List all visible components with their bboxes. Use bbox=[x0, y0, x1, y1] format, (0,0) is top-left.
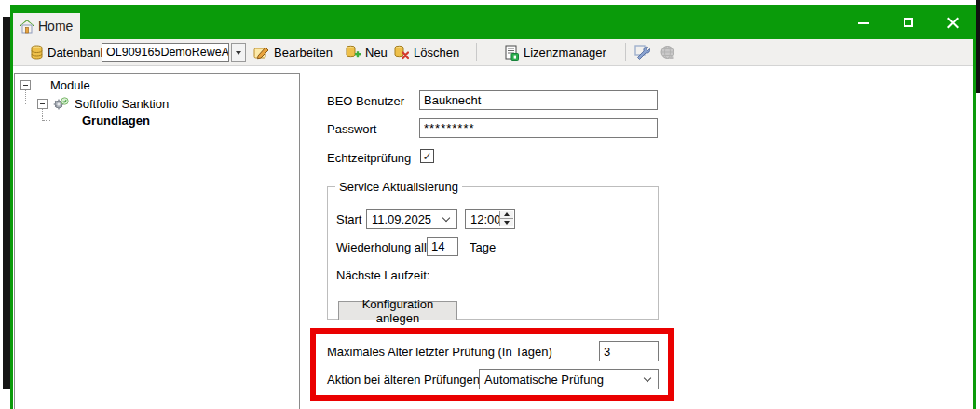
arrow-down-icon bbox=[504, 221, 510, 225]
globe-button[interactable] bbox=[657, 42, 677, 62]
collapse-icon[interactable] bbox=[37, 99, 48, 109]
chevron-down-icon bbox=[442, 214, 450, 222]
license-manager-button[interactable]: Lizenzmanager bbox=[505, 39, 606, 65]
create-configuration-button[interactable]: Konfiguration anlegen bbox=[338, 301, 457, 320]
password-label: Passwort bbox=[327, 122, 376, 136]
chevron-down-icon bbox=[236, 51, 241, 55]
window-controls bbox=[857, 5, 960, 39]
chevron-down-icon bbox=[644, 375, 651, 382]
toolbar-separator bbox=[687, 43, 687, 61]
repeat-days-input[interactable] bbox=[427, 237, 458, 256]
edit-button[interactable]: Bearbeiten bbox=[253, 39, 333, 65]
start-label: Start bbox=[336, 212, 361, 226]
tab-home-label: Home bbox=[38, 19, 73, 34]
content-area: Module Softfolio Sanktion Grundlagen BEO… bbox=[13, 67, 973, 409]
start-time-spinner[interactable]: 12:00 bbox=[465, 209, 515, 229]
module-tree-panel: Module Softfolio Sanktion Grundlagen bbox=[14, 73, 300, 409]
tree-connector bbox=[43, 120, 50, 121]
wrench-tools-icon bbox=[634, 45, 650, 61]
repeat-label: Wiederholung alle: bbox=[336, 240, 437, 254]
database-icon bbox=[30, 39, 44, 65]
window-frame-right bbox=[973, 39, 976, 409]
realtime-checkbox[interactable]: ✓ bbox=[420, 149, 434, 163]
database-delete-icon bbox=[393, 45, 409, 60]
close-button[interactable] bbox=[946, 16, 960, 29]
realtime-check-label: Echtzeitprüfung bbox=[327, 151, 411, 165]
module-gear-icon bbox=[53, 97, 69, 111]
minimize-button[interactable] bbox=[857, 16, 870, 29]
home-icon bbox=[20, 20, 34, 34]
app-window: Home Datenbank OL909165DemoReweAbfD bbox=[0, 0, 980, 409]
tree-item-module[interactable]: Module bbox=[20, 78, 90, 92]
delete-button-label: Löschen bbox=[414, 46, 459, 60]
tree-item-softfolio-label: Softfolio Sanktion bbox=[75, 97, 169, 111]
edit-button-label: Bearbeiten bbox=[274, 46, 333, 60]
start-date-value: 11.09.2025 bbox=[372, 212, 431, 226]
license-manager-icon bbox=[505, 45, 519, 61]
maximize-icon bbox=[904, 18, 913, 27]
tree-item-grundlagen-label: Grundlagen bbox=[82, 114, 150, 128]
service-update-group-title: Service Aktualisierung bbox=[335, 180, 462, 194]
beo-user-input[interactable] bbox=[419, 90, 658, 110]
next-run-label: Nächste Laufzeit: bbox=[336, 268, 429, 282]
action-older-label: Aktion bei älteren Prüfungen bbox=[327, 373, 480, 387]
tree-item-grundlagen[interactable]: Grundlagen bbox=[82, 114, 150, 128]
maximize-button[interactable] bbox=[902, 16, 915, 29]
minimize-icon bbox=[858, 22, 869, 24]
tree-item-softfolio-sanktion[interactable]: Softfolio Sanktion bbox=[37, 97, 169, 111]
toolbar-separator bbox=[625, 43, 626, 61]
beo-user-label: BEO Benutzer bbox=[327, 94, 404, 108]
license-manager-label: Lizenzmanager bbox=[524, 46, 606, 60]
background-window-corner bbox=[976, 0, 980, 93]
collapse-icon[interactable] bbox=[20, 80, 31, 90]
action-older-value: Automatische Prüfung bbox=[484, 373, 604, 387]
edit-icon bbox=[253, 45, 269, 60]
arrow-up-icon bbox=[504, 212, 510, 216]
toolbar-separator bbox=[476, 43, 477, 61]
database-new-icon bbox=[345, 45, 361, 60]
tree-item-module-label: Module bbox=[50, 78, 90, 92]
new-button[interactable]: Neu bbox=[345, 39, 388, 65]
max-age-label: Maximales Alter letzter Prüfung (In Tage… bbox=[327, 345, 552, 359]
new-button-label: Neu bbox=[365, 46, 388, 60]
background-window-edge bbox=[3, 17, 10, 389]
toolbar: Datenbank OL909165DemoReweAbfD Bearbeite… bbox=[13, 39, 973, 66]
database-combobox-dropdown-button[interactable] bbox=[231, 43, 246, 62]
database-combobox[interactable]: OL909165DemoReweAbfD bbox=[102, 43, 229, 62]
spin-up-button[interactable] bbox=[500, 211, 513, 218]
time-spin-buttons bbox=[499, 211, 513, 226]
globe-icon bbox=[660, 45, 675, 61]
tree-connector bbox=[25, 90, 26, 104]
database-label: Datenbank bbox=[48, 39, 106, 65]
start-date-picker[interactable]: 11.09.2025 bbox=[366, 209, 457, 229]
max-age-input[interactable] bbox=[599, 341, 659, 361]
checkmark-icon: ✓ bbox=[422, 150, 431, 163]
repeat-unit-label: Tage bbox=[470, 240, 496, 254]
titlebar: Home bbox=[10, 5, 976, 39]
delete-button[interactable]: Löschen bbox=[393, 39, 459, 65]
password-input[interactable] bbox=[419, 118, 658, 138]
options-button[interactable] bbox=[632, 42, 652, 62]
spin-down-button[interactable] bbox=[500, 218, 513, 226]
action-older-combobox[interactable]: Automatische Prüfung bbox=[479, 369, 659, 389]
start-time-value: 12:00 bbox=[470, 212, 501, 226]
tab-home[interactable]: Home bbox=[13, 13, 80, 39]
